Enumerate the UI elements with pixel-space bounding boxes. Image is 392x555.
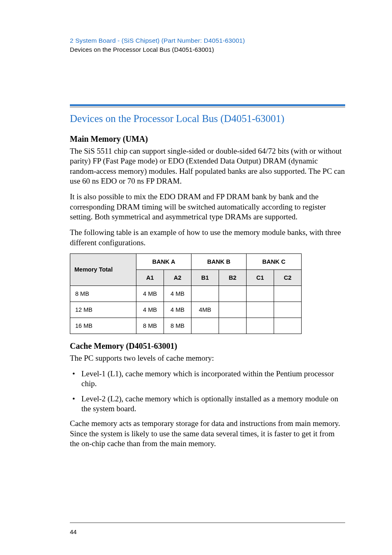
table-cell: 4 MB (136, 302, 164, 318)
table-cell (247, 286, 274, 302)
footer-rule (70, 523, 345, 523)
subhead-cache-memory: Cache Memory (D4051-63001) (70, 341, 347, 351)
table-cell: 16 MB (70, 318, 136, 334)
paragraph: The PC supports two levels of cache memo… (70, 353, 345, 363)
table-header-b2: B2 (219, 269, 247, 286)
table-header-bank-a: BANK A (136, 253, 191, 269)
table-header-c2: C2 (274, 269, 302, 286)
page-number: 44 (70, 528, 77, 535)
table-cell: 4 MB (164, 286, 191, 302)
table-cell (247, 302, 274, 318)
table-cell (274, 302, 302, 318)
table-row: 8 MB 4 MB 4 MB (70, 286, 302, 302)
list-item: Level-2 (L2), cache memory which is opti… (70, 394, 345, 414)
table-cell (274, 318, 302, 334)
table-cell (219, 286, 247, 302)
page: 2 System Board - (SiS Chipset) (Part Num… (0, 0, 392, 555)
paragraph: The SiS 5511 chip can support single-sid… (70, 146, 345, 186)
table-header-memory-total: Memory Total (70, 253, 136, 286)
table-cell: 8 MB (164, 318, 191, 334)
header-chapter: 2 System Board - (SiS Chipset) (Part Num… (70, 37, 347, 44)
subhead-main-memory: Main Memory (UMA) (70, 134, 347, 144)
table-header-c1: C1 (247, 269, 274, 286)
table-cell: 8 MB (70, 286, 136, 302)
table-header-b1: B1 (191, 269, 219, 286)
memory-table: Memory Total BANK A BANK B BANK C A1 A2 … (70, 253, 302, 334)
table-cell (219, 318, 247, 334)
table-cell: 4MB (191, 302, 219, 318)
table-row: Memory Total BANK A BANK B BANK C (70, 253, 302, 269)
table-cell: 4 MB (136, 286, 164, 302)
table-cell: 12 MB (70, 302, 136, 318)
paragraph: It is also possible to mix the EDO DRAM … (70, 192, 345, 222)
table-cell (247, 318, 274, 334)
paragraph: Cache memory acts as temporary storage f… (70, 419, 345, 449)
rule-thin (70, 107, 345, 107)
bullet-list: Level-1 (L1), cache memory which is inco… (70, 369, 345, 414)
header-sub: Devices on the Processor Local Bus (D405… (70, 46, 347, 53)
table-cell (191, 318, 219, 334)
table-cell: 4 MB (164, 302, 191, 318)
paragraph: The following table is an example of how… (70, 228, 345, 248)
table-header-bank-b: BANK B (191, 253, 247, 269)
list-item: Level-1 (L1), cache memory which is inco… (70, 369, 345, 389)
table-cell (191, 286, 219, 302)
table-row: 12 MB 4 MB 4 MB 4MB (70, 302, 302, 318)
table-cell (274, 286, 302, 302)
table-header-a1: A1 (136, 269, 164, 286)
table-row: 16 MB 8 MB 8 MB (70, 318, 302, 334)
table-header-a2: A2 (164, 269, 191, 286)
table-header-bank-c: BANK C (247, 253, 302, 269)
section-title: Devices on the Processor Local Bus (D405… (70, 113, 347, 124)
rule-thick (70, 104, 345, 106)
table-cell: 8 MB (136, 318, 164, 334)
table-cell (219, 302, 247, 318)
